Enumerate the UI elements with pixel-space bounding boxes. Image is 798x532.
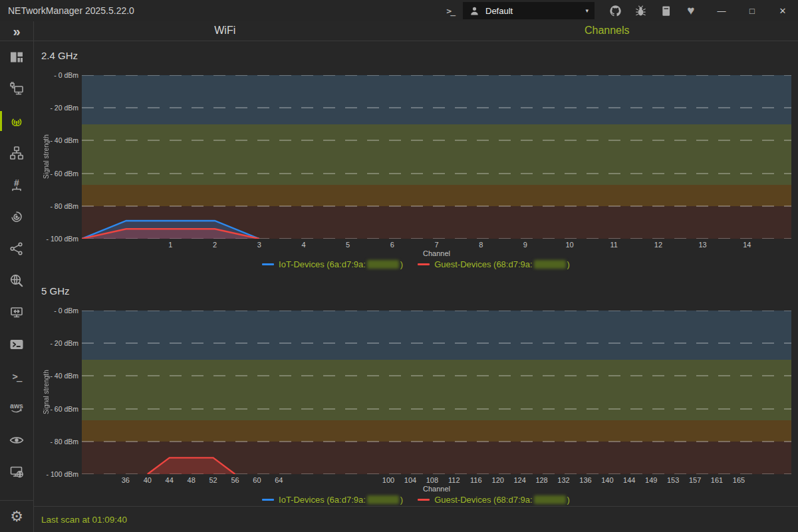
x-tick-label: 52 bbox=[209, 476, 217, 484]
x-tick-label: 6 bbox=[390, 241, 394, 249]
settings-gear-icon[interactable]: ⚙ bbox=[10, 508, 23, 525]
y-axis-labels: - 0 dBm- 20 dBm- 40 dBm- 60 dBm- 80 dBm-… bbox=[34, 311, 78, 474]
x-tick-label: 104 bbox=[404, 476, 416, 484]
x-tick-label: 112 bbox=[448, 476, 460, 484]
x-tick-label: 116 bbox=[470, 476, 482, 484]
pane-title-channels[interactable]: Channels bbox=[416, 21, 798, 41]
sidebar-item-port-scanner[interactable] bbox=[0, 201, 33, 233]
port-scanner-icon bbox=[9, 209, 25, 225]
x-tick-label: 149 bbox=[645, 476, 657, 484]
maximize-button[interactable]: □ bbox=[737, 0, 767, 21]
x-tick-label: 136 bbox=[579, 476, 591, 484]
sidebar-item-remote-desktop[interactable] bbox=[0, 297, 33, 329]
x-tick-label: 4 bbox=[301, 241, 305, 249]
dns-lookup-icon bbox=[9, 273, 25, 289]
sidebar: # bbox=[0, 41, 34, 532]
documentation-icon[interactable] bbox=[653, 0, 678, 21]
titlebar-actions: >_ Default ▾ bbox=[438, 0, 798, 21]
x-tick-label: 165 bbox=[733, 476, 745, 484]
legend-label-close: ) bbox=[567, 495, 570, 505]
legend-line-marker bbox=[262, 263, 274, 265]
x-tick-label: 12 bbox=[654, 241, 662, 249]
network-interface-icon bbox=[9, 81, 25, 97]
sidebar-item-aws-session-manager[interactable]: aws bbox=[0, 392, 33, 424]
external-terminal-icon[interactable]: >_ bbox=[438, 6, 463, 16]
x-tick-label: 5 bbox=[346, 241, 350, 249]
sidebar-settings-area: ⚙ bbox=[0, 500, 33, 532]
sidebar-item-putty[interactable]: >_ bbox=[0, 360, 33, 392]
legend-item[interactable]: IoT-Devices (6a:d7:9a:) bbox=[262, 259, 403, 269]
plot-area[interactable] bbox=[82, 311, 791, 474]
bug-report-icon[interactable] bbox=[628, 0, 653, 21]
titlebar: NETworkManager 2025.5.22.0 >_ Default ▾ bbox=[0, 0, 798, 21]
sidebar-item-web-console[interactable] bbox=[0, 456, 33, 488]
close-button[interactable]: ✕ bbox=[767, 0, 798, 21]
x-tick-label: 157 bbox=[689, 476, 701, 484]
profile-dropdown[interactable]: Default ▾ bbox=[463, 2, 595, 19]
pane-title-wifi[interactable]: WiFi bbox=[34, 21, 416, 41]
sponsor-heart-icon[interactable]: ♥ bbox=[678, 3, 704, 18]
sidebar-item-ip-scanner[interactable]: # bbox=[0, 169, 33, 201]
powershell-icon bbox=[9, 336, 25, 352]
x-axis-labels: 1234567891011121314 bbox=[82, 241, 791, 249]
sidebar-item-discovery-protocol[interactable] bbox=[0, 424, 33, 456]
sidebar-expand-button[interactable]: » bbox=[0, 21, 34, 41]
dashboard-icon bbox=[9, 49, 25, 65]
y-axis-labels: - 0 dBm- 20 dBm- 40 dBm- 60 dBm- 80 dBm-… bbox=[34, 75, 78, 239]
wifi-icon bbox=[9, 113, 25, 129]
y-tick-label: - 60 dBm bbox=[50, 170, 78, 178]
section-title-5ghz: 5 GHz bbox=[41, 285, 70, 297]
x-tick-label: 128 bbox=[535, 476, 547, 484]
x-tick-label: 60 bbox=[253, 476, 261, 484]
sidebar-item-wifi[interactable] bbox=[0, 105, 33, 137]
x-tick-label: 144 bbox=[623, 476, 635, 484]
y-tick-label: - 80 dBm bbox=[50, 438, 78, 446]
x-tick-label: 56 bbox=[231, 476, 239, 484]
legend-line-marker bbox=[418, 499, 430, 501]
topology-icon bbox=[9, 145, 25, 161]
sidebar-item-powershell[interactable] bbox=[0, 329, 33, 360]
main-content: 2.4 GHz Signal strength - 0 dBm- 20 dBm-… bbox=[34, 41, 798, 506]
sidebar-item-connections[interactable] bbox=[0, 233, 33, 265]
y-tick-label: - 20 dBm bbox=[50, 339, 78, 347]
legend-item[interactable]: Guest-Devices (68:d7:9a:) bbox=[418, 259, 570, 269]
minimize-button[interactable]: — bbox=[706, 0, 737, 21]
redacted-mac-blur bbox=[534, 260, 566, 269]
sidebar-item-dns-lookup[interactable] bbox=[0, 265, 33, 297]
redacted-mac-blur bbox=[367, 260, 399, 269]
x-axis-title: Channel bbox=[82, 485, 791, 493]
x-tick-label: 14 bbox=[743, 241, 751, 249]
web-console-icon bbox=[9, 464, 25, 480]
x-tick-label: 8 bbox=[479, 241, 483, 249]
x-tick-label: 2 bbox=[213, 241, 217, 249]
window-controls: — □ ✕ bbox=[706, 0, 798, 21]
legend-label: Guest-Devices (68:d7:9a: bbox=[434, 495, 532, 505]
section-title-2-4ghz: 2.4 GHz bbox=[41, 50, 78, 61]
legend-label: IoT-Devices (6a:d7:9a: bbox=[279, 259, 366, 269]
legend-item[interactable]: Guest-Devices (68:d7:9a:) bbox=[418, 495, 570, 505]
sidebar-item-partially-visible[interactable] bbox=[0, 488, 33, 501]
legend: IoT-Devices (6a:d7:9a:)Guest-Devices (68… bbox=[34, 495, 798, 505]
y-tick-label: - 0 dBm bbox=[54, 307, 78, 315]
github-icon[interactable] bbox=[602, 0, 628, 21]
chart-section-5ghz: 5 GHz Signal strength - 0 dBm- 20 dBm- 4… bbox=[34, 285, 798, 515]
legend-label: IoT-Devices (6a:d7:9a: bbox=[279, 495, 366, 505]
redacted-mac-blur bbox=[534, 495, 566, 504]
sidebar-item-network-interface[interactable] bbox=[0, 73, 33, 105]
x-tick-label: 10 bbox=[565, 241, 573, 249]
person-icon bbox=[469, 5, 480, 17]
x-tick-label: 161 bbox=[711, 476, 723, 484]
sidebar-item-dashboard[interactable] bbox=[0, 41, 33, 73]
legend-label: Guest-Devices (68:d7:9a: bbox=[434, 259, 532, 269]
chevron-double-right-icon: » bbox=[13, 25, 20, 38]
x-tick-label: 100 bbox=[382, 476, 394, 484]
legend-label-close: ) bbox=[400, 259, 403, 269]
sidebar-item-topology[interactable] bbox=[0, 137, 33, 169]
y-tick-label: - 20 dBm bbox=[50, 104, 78, 112]
plot-area[interactable] bbox=[82, 75, 791, 239]
legend-line-marker bbox=[418, 263, 430, 265]
legend-item[interactable]: IoT-Devices (6a:d7:9a:) bbox=[262, 495, 403, 505]
x-tick-label: 36 bbox=[122, 476, 130, 484]
chart-section-2-4ghz: 2.4 GHz Signal strength - 0 dBm- 20 dBm-… bbox=[34, 50, 798, 279]
svg-text:#: # bbox=[14, 178, 19, 188]
